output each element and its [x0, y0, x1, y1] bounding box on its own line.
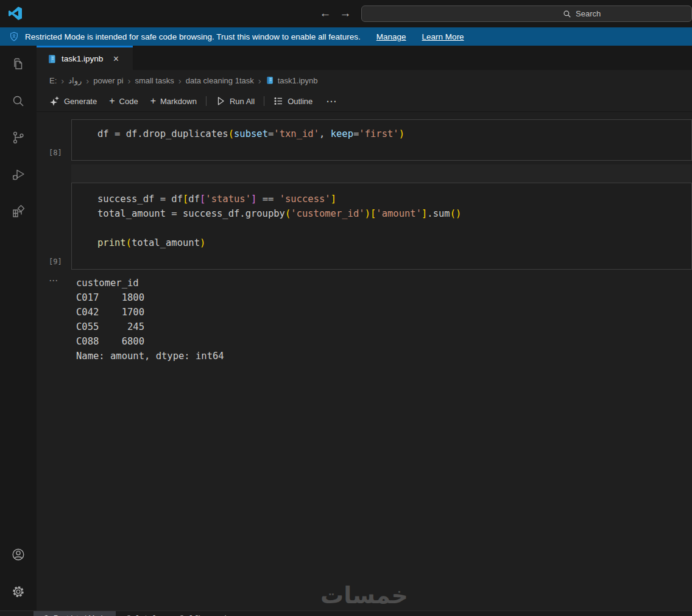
- extensions-icon[interactable]: [11, 204, 26, 219]
- khamsat-watermark: خمسات: [37, 582, 692, 609]
- code-cell-1: df = df.drop_duplicates(subset='txn_id',…: [37, 119, 692, 161]
- chevron-right-icon: ›: [86, 75, 89, 86]
- nav-back-button[interactable]: ←: [317, 5, 334, 22]
- more-actions-icon[interactable]: ⋯: [319, 95, 344, 108]
- title-bar: ← → Search: [0, 0, 692, 27]
- learn-more-link[interactable]: Learn More: [422, 32, 464, 41]
- search-icon: [563, 10, 571, 18]
- notebook-toolbar: Generate + Code + Markdown Run All Outli…: [37, 91, 692, 112]
- cell-output-strip: [71, 164, 692, 183]
- search-placeholder: Search: [576, 9, 601, 18]
- code-cell-2: success_df = df[df['status'] == 'success…: [37, 183, 692, 270]
- code-editor[interactable]: success_df = df[df['status'] == 'success…: [71, 183, 692, 270]
- code-label: Code: [119, 97, 138, 106]
- breadcrumb-item-power-pi[interactable]: power pi: [93, 76, 123, 85]
- code-editor[interactable]: df = df.drop_duplicates(subset='txn_id',…: [71, 119, 692, 161]
- breadcrumb-item-drive[interactable]: E:: [49, 76, 57, 85]
- toolbar-separator: [264, 96, 264, 106]
- run-all-icon: [216, 96, 225, 106]
- accounts-icon[interactable]: [11, 547, 26, 562]
- workspace-trust-shield-icon: [9, 31, 19, 42]
- activity-bar: [0, 46, 37, 611]
- restricted-mode-banner: Restricted Mode is intended for safe cod…: [0, 27, 692, 46]
- outline-list-icon: [274, 96, 283, 106]
- status-back-chevron-icon[interactable]: ‹: [10, 612, 13, 616]
- source-control-icon[interactable]: [11, 130, 26, 145]
- add-code-cell-button[interactable]: + Code: [103, 93, 144, 109]
- tab-bar: task1.ipynb ×: [37, 46, 692, 70]
- execution-count: [9]: [49, 257, 62, 266]
- notebook-editor: df = df.drop_duplicates(subset='txn_id',…: [37, 112, 692, 611]
- run-all-button[interactable]: Run All: [210, 93, 261, 109]
- output-text: customer_id C017 1800 C042 1700 C055 245…: [76, 276, 224, 363]
- search-view-icon[interactable]: [11, 94, 26, 108]
- nav-forward-button[interactable]: →: [337, 5, 354, 22]
- banner-message: Restricted Mode is intended for safe cod…: [25, 32, 361, 41]
- notebook-file-icon: [47, 54, 57, 64]
- tab-task1-ipynb[interactable]: task1.ipynb ×: [37, 47, 133, 70]
- status-problems[interactable]: 0 0: [125, 611, 156, 616]
- vscode-logo-icon: [8, 6, 23, 21]
- chevron-right-icon: ›: [178, 75, 182, 86]
- notebook-file-icon: [266, 76, 274, 85]
- breadcrumb-item-file[interactable]: task1.ipynb: [278, 76, 318, 85]
- markdown-label: Markdown: [160, 97, 197, 106]
- sparkle-icon: [50, 96, 60, 106]
- chevron-right-icon: ›: [61, 75, 64, 86]
- generate-label: Generate: [64, 97, 97, 106]
- breadcrumb-item-small-tasks[interactable]: small tasks: [135, 76, 174, 85]
- plus-icon: +: [150, 96, 156, 107]
- toolbar-separator: [206, 96, 207, 106]
- status-extra-item[interactable]: 0 files need …: [178, 611, 236, 616]
- run-all-label: Run All: [230, 97, 255, 106]
- manage-link[interactable]: Manage: [376, 32, 406, 41]
- explorer-icon[interactable]: [11, 57, 26, 71]
- tab-label: task1.ipynb: [62, 54, 103, 63]
- plus-icon: +: [109, 96, 115, 107]
- run-debug-icon[interactable]: [11, 167, 26, 182]
- outline-label: Outline: [288, 97, 312, 106]
- breadcrumb: E: › رواد › power pi › small tasks › dat…: [37, 70, 692, 91]
- tab-close-icon[interactable]: ×: [110, 54, 121, 65]
- add-markdown-cell-button[interactable]: + Markdown: [144, 93, 203, 109]
- vscode-window: ← → Search Restricted Mode is intended f…: [0, 0, 692, 616]
- execution-count: [8]: [49, 149, 62, 157]
- status-restricted-mode[interactable]: Restricted Mode: [34, 611, 116, 616]
- generate-button[interactable]: Generate: [44, 93, 103, 109]
- status-bar: ‹ Restricted Mode 0 0 0 files need …: [0, 611, 692, 616]
- breadcrumb-item-data-cleaning[interactable]: data cleaning 1task: [186, 76, 254, 85]
- breadcrumb-item-rawad[interactable]: رواد: [68, 76, 82, 85]
- output-menu-icon[interactable]: ⋯: [49, 275, 58, 286]
- settings-gear-icon[interactable]: [11, 584, 26, 599]
- chevron-right-icon: ›: [127, 75, 130, 86]
- outline-button[interactable]: Outline: [267, 93, 319, 109]
- chevron-right-icon: ›: [258, 75, 261, 86]
- command-center-search[interactable]: Search: [361, 5, 692, 22]
